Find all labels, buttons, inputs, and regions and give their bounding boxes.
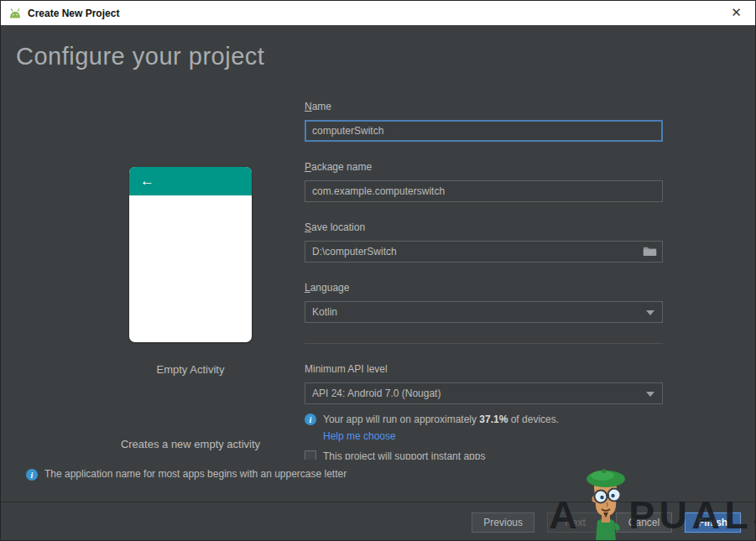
titlebar: Create New Project ✕	[1, 1, 755, 25]
save-location-input[interactable]	[305, 241, 663, 263]
content-area: ← Empty Activity Creates a new empty act…	[1, 81, 755, 460]
name-label: Name	[305, 101, 663, 112]
finish-button[interactable]: Finish	[685, 512, 741, 533]
close-icon: ✕	[731, 5, 742, 20]
chevron-down-icon	[646, 392, 654, 397]
language-label: Language	[305, 283, 663, 294]
project-form: Name Package name Save location Lang	[305, 81, 663, 460]
footer: Previous Next Cancel Finish	[1, 502, 755, 541]
folder-browse-icon[interactable]	[643, 245, 657, 257]
help-me-choose-link[interactable]: Help me choose	[323, 430, 396, 442]
coverage-percent: 37.1%	[479, 414, 508, 425]
name-input[interactable]	[305, 120, 663, 142]
name-field-group: Name	[305, 101, 663, 142]
create-new-project-dialog: Create New Project ✕ Configure your proj…	[0, 0, 756, 541]
language-dropdown[interactable]: Kotlin	[305, 301, 663, 323]
api-coverage-text: Your app will run on approximately 37.1%…	[323, 414, 559, 425]
api-coverage-info: i Your app will run on approximately 37.…	[305, 414, 663, 425]
activity-description: Creates a new empty activity	[65, 438, 316, 450]
section-divider	[305, 343, 663, 344]
min-api-label: Minimum API level	[305, 364, 663, 375]
package-name-input[interactable]	[305, 180, 663, 202]
save-location-label: Save location	[305, 222, 663, 233]
chevron-down-icon	[646, 310, 654, 315]
package-field-group: Package name	[305, 162, 663, 202]
language-field-group: Language Kotlin	[305, 283, 663, 323]
page-title: Configure your project	[16, 43, 755, 70]
min-api-field-group: Minimum API level API 24: Android 7.0 (N…	[305, 364, 663, 404]
preview-appbar: ←	[129, 167, 252, 195]
status-bar: i The application name for most apps beg…	[1, 460, 755, 502]
min-api-dropdown[interactable]: API 24: Android 7.0 (Nougat)	[305, 382, 663, 404]
info-icon: i	[26, 469, 38, 481]
activity-name: Empty Activity	[107, 363, 274, 376]
save-location-field-group: Save location	[305, 222, 663, 263]
close-button[interactable]: ✕	[717, 1, 755, 24]
instant-apps-label: This project will support instant apps	[323, 450, 485, 460]
instant-apps-checkbox[interactable]	[305, 450, 316, 460]
window-title: Create New Project	[28, 8, 119, 19]
instant-apps-row: This project will support instant apps	[305, 450, 663, 460]
back-arrow-icon: ←	[140, 173, 154, 190]
previous-button[interactable]: Previous	[472, 512, 534, 533]
activity-preview-thumbnail: ←	[129, 167, 252, 342]
android-icon	[8, 8, 22, 19]
language-value: Kotlin	[312, 306, 337, 318]
status-message: The application name for most apps begin…	[44, 468, 347, 480]
package-name-label: Package name	[305, 162, 663, 173]
next-button[interactable]: Next	[547, 512, 603, 533]
cancel-button[interactable]: Cancel	[616, 512, 672, 533]
min-api-value: API 24: Android 7.0 (Nougat)	[312, 388, 441, 399]
page-header: Configure your project	[1, 25, 755, 81]
info-icon: i	[305, 414, 316, 425]
